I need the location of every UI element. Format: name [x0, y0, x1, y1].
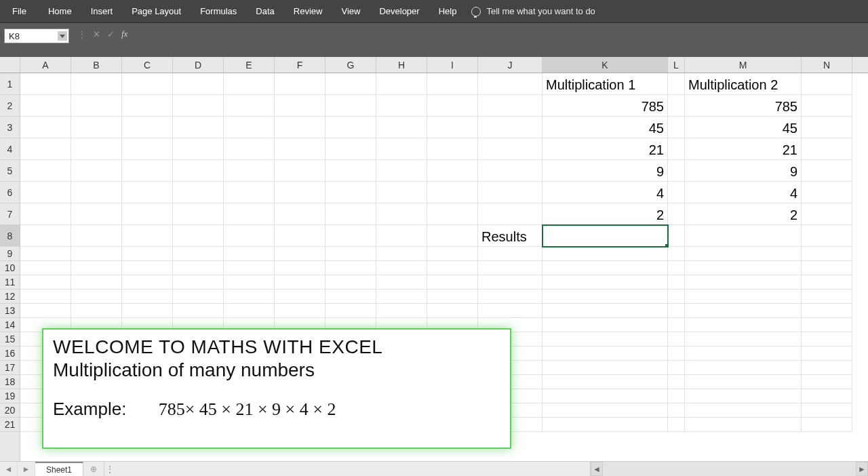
cell-k21[interactable]: [542, 418, 668, 432]
cell-l21[interactable]: [668, 418, 685, 432]
cancel-icon[interactable]: [93, 29, 100, 39]
cell-d8[interactable]: [173, 225, 224, 247]
cell-d6[interactable]: [173, 182, 224, 203]
cell-d1[interactable]: [173, 73, 224, 95]
cell-f10[interactable]: [275, 261, 326, 275]
cell-b12[interactable]: [71, 290, 122, 304]
ribbon-tab-formulas[interactable]: Formulas: [191, 0, 246, 22]
cell-i6[interactable]: [427, 182, 478, 203]
cell-a4[interactable]: [20, 138, 71, 160]
cell-e8[interactable]: [224, 225, 275, 247]
cell-a9[interactable]: [20, 247, 71, 261]
cell-g2[interactable]: [326, 95, 376, 117]
cell-b3[interactable]: [71, 117, 122, 138]
ribbon-tab-file[interactable]: File: [0, 0, 39, 22]
cell-g3[interactable]: [326, 117, 376, 138]
cell-n14[interactable]: [802, 318, 852, 332]
cell-i13[interactable]: [427, 304, 478, 318]
cell-k19[interactable]: [542, 389, 668, 403]
cell-c7[interactable]: [122, 203, 173, 225]
tell-me-search[interactable]: Tell me what you want to do: [471, 6, 595, 16]
cell-k10[interactable]: [542, 261, 668, 275]
cell-h10[interactable]: [376, 261, 427, 275]
cell-m5[interactable]: 9: [685, 160, 802, 182]
cell-b6[interactable]: [71, 182, 122, 203]
row-header-20[interactable]: 20: [0, 403, 20, 418]
name-box-dropdown-icon[interactable]: [58, 31, 67, 41]
cell-e13[interactable]: [224, 304, 275, 318]
cell-g10[interactable]: [326, 261, 376, 275]
cell-i5[interactable]: [427, 160, 478, 182]
row-header-5[interactable]: 5: [0, 160, 20, 182]
row-header-16[interactable]: 16: [0, 346, 20, 361]
cell-n2[interactable]: [802, 95, 852, 117]
cell-l12[interactable]: [668, 290, 685, 304]
cell-k20[interactable]: [542, 403, 668, 418]
cell-e12[interactable]: [224, 290, 275, 304]
cell-f3[interactable]: [275, 117, 326, 138]
cell-b11[interactable]: [71, 275, 122, 290]
scroll-right-icon[interactable]: ►: [856, 462, 868, 476]
cell-l17[interactable]: [668, 361, 685, 375]
cell-a12[interactable]: [20, 290, 71, 304]
cell-i1[interactable]: [427, 73, 478, 95]
cell-m14[interactable]: [685, 318, 802, 332]
cell-l20[interactable]: [668, 403, 685, 418]
row-header-13[interactable]: 13: [0, 304, 20, 318]
cell-e9[interactable]: [224, 247, 275, 261]
cell-c8[interactable]: [122, 225, 173, 247]
column-header-c[interactable]: C: [122, 57, 173, 73]
cell-e10[interactable]: [224, 261, 275, 275]
cell-c4[interactable]: [122, 138, 173, 160]
cell-h6[interactable]: [376, 182, 427, 203]
cell-l8[interactable]: [668, 225, 685, 247]
cell-m18[interactable]: [685, 375, 802, 389]
cell-n10[interactable]: [802, 261, 852, 275]
cell-n6[interactable]: [802, 182, 852, 203]
ribbon-tab-home[interactable]: Home: [39, 0, 81, 22]
cell-l15[interactable]: [668, 332, 685, 346]
cell-n19[interactable]: [802, 389, 852, 403]
row-header-2[interactable]: 2: [0, 95, 20, 117]
cell-k15[interactable]: [542, 332, 668, 346]
cell-c11[interactable]: [122, 275, 173, 290]
cell-n13[interactable]: [802, 304, 852, 318]
ribbon-tab-page-layout[interactable]: Page Layout: [122, 0, 191, 22]
cell-j6[interactable]: [478, 182, 542, 203]
cell-m17[interactable]: [685, 361, 802, 375]
cell-h8[interactable]: [376, 225, 427, 247]
column-header-a[interactable]: A: [20, 57, 71, 73]
cell-f9[interactable]: [275, 247, 326, 261]
sheet-tab-sheet1[interactable]: Sheet1: [35, 462, 83, 476]
cell-f8[interactable]: [275, 225, 326, 247]
cell-g8[interactable]: [326, 225, 376, 247]
cell-i12[interactable]: [427, 290, 478, 304]
cell-l16[interactable]: [668, 346, 685, 361]
cell-d7[interactable]: [173, 203, 224, 225]
cell-j5[interactable]: [478, 160, 542, 182]
cell-k12[interactable]: [542, 290, 668, 304]
cell-b4[interactable]: [71, 138, 122, 160]
cell-f7[interactable]: [275, 203, 326, 225]
cell-g7[interactable]: [326, 203, 376, 225]
row-header-1[interactable]: 1: [0, 73, 20, 95]
cell-k9[interactable]: [542, 247, 668, 261]
cell-e3[interactable]: [224, 117, 275, 138]
row-header-9[interactable]: 9: [0, 247, 20, 261]
row-header-8[interactable]: 8: [0, 225, 20, 247]
row-header-11[interactable]: 11: [0, 275, 20, 290]
cell-e5[interactable]: [224, 160, 275, 182]
cell-g5[interactable]: [326, 160, 376, 182]
cell-h9[interactable]: [376, 247, 427, 261]
cell-d10[interactable]: [173, 261, 224, 275]
cell-n3[interactable]: [802, 117, 852, 138]
cell-l11[interactable]: [668, 275, 685, 290]
cell-b9[interactable]: [71, 247, 122, 261]
cell-l10[interactable]: [668, 261, 685, 275]
cell-h12[interactable]: [376, 290, 427, 304]
cell-c2[interactable]: [122, 95, 173, 117]
cell-h3[interactable]: [376, 117, 427, 138]
cell-k2[interactable]: 785: [542, 95, 668, 117]
cell-a8[interactable]: [20, 225, 71, 247]
cell-l14[interactable]: [668, 318, 685, 332]
